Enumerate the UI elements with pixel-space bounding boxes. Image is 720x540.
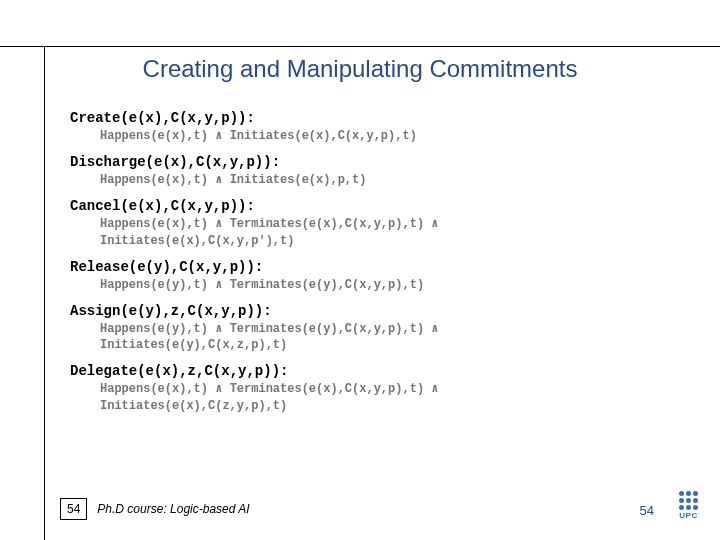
upc-dots-icon — [679, 491, 698, 510]
op-assign: Assign(e(y),z,C(x,y,p)): Happens(e(y),t)… — [70, 303, 670, 353]
page-number-box: 54 — [60, 498, 87, 520]
op-head: Release(e(y),C(x,y,p)): — [70, 259, 670, 275]
op-head: Assign(e(y),z,C(x,y,p)): — [70, 303, 670, 319]
op-body: Happens(e(x),t) ∧ Terminates(e(x),C(x,y,… — [100, 216, 670, 248]
op-discharge: Discharge(e(x),C(x,y,p)): Happens(e(x),t… — [70, 154, 670, 188]
op-head: Create(e(x),C(x,y,p)): — [70, 110, 670, 126]
op-head: Delegate(e(x),z,C(x,y,p)): — [70, 363, 670, 379]
op-body: Happens(e(y),t) ∧ Terminates(e(y),C(x,y,… — [100, 277, 670, 293]
op-body: Happens(e(y),t) ∧ Terminates(e(y),C(x,y,… — [100, 321, 670, 353]
page-number-right: 54 — [640, 503, 654, 518]
slide-content: Create(e(x),C(x,y,p)): Happens(e(x),t) ∧… — [70, 100, 670, 414]
top-rule — [0, 46, 720, 47]
op-cancel: Cancel(e(x),C(x,y,p)): Happens(e(x),t) ∧… — [70, 198, 670, 248]
upc-logo: UPC — [679, 491, 698, 520]
op-create: Create(e(x),C(x,y,p)): Happens(e(x),t) ∧… — [70, 110, 670, 144]
op-body: Happens(e(x),t) ∧ Initiates(e(x),C(x,y,p… — [100, 128, 670, 144]
op-body: Happens(e(x),t) ∧ Terminates(e(x),C(x,y,… — [100, 381, 670, 413]
slide-title: Creating and Manipulating Commitments — [0, 55, 720, 83]
footer-left: 54 Ph.D course: Logic-based AI — [60, 498, 250, 520]
op-body: Happens(e(x),t) ∧ Initiates(e(x),p,t) — [100, 172, 670, 188]
op-release: Release(e(y),C(x,y,p)): Happens(e(y),t) … — [70, 259, 670, 293]
op-head: Cancel(e(x),C(x,y,p)): — [70, 198, 670, 214]
course-label: Ph.D course: Logic-based AI — [97, 502, 249, 516]
op-delegate: Delegate(e(x),z,C(x,y,p)): Happens(e(x),… — [70, 363, 670, 413]
upc-label: UPC — [679, 511, 698, 520]
op-head: Discharge(e(x),C(x,y,p)): — [70, 154, 670, 170]
left-rule — [44, 46, 45, 540]
